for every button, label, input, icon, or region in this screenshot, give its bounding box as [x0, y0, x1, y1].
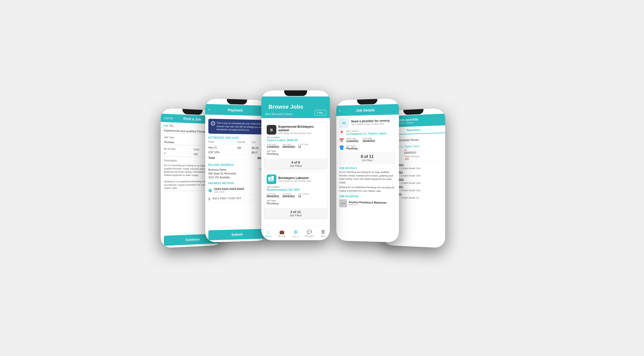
- job1-fill-bar: 4 of 8 Job Filled: [264, 158, 327, 169]
- bottom-navigation: ⌂ Browse 💼 My Jobs ⊕ Hire In 💬 Messages: [261, 226, 330, 240]
- nav-my-jobs[interactable]: 💼 My Jobs: [275, 229, 289, 237]
- phone-browse-jobs: Browse Jobs 50km Brunswick Victoria Filt…: [261, 90, 330, 240]
- card-number: XXXX-XXXX-XXXX-42424: [214, 187, 244, 190]
- info-text: This is just an estimated job cost. Fina…: [216, 121, 262, 132]
- estimated-cost-label: ESTIMATED JOB COST: [208, 136, 265, 140]
- payment-info-box: i This is just an estimated job cost. Fi…: [208, 119, 265, 134]
- phone-job-details: ‹ Job Details m Need a plumber for renov…: [336, 98, 399, 242]
- svg-rect-3: [268, 177, 271, 180]
- job2-posted: Job Posted on Mon 29 Mar 2021: [278, 180, 312, 182]
- job-accepted-hdr: JOB ACCEPTED: [339, 195, 396, 198]
- job2-fill-sub: Job Filled: [290, 214, 301, 217]
- job2-days: No Of Days 13: [298, 193, 309, 198]
- message-icon: 💬: [307, 229, 312, 234]
- job1-fill-sub: Job Filled: [290, 164, 301, 167]
- billing-label: BILLING ADDRESS: [208, 163, 265, 166]
- add-card-label: Add a Debit / Credit Card: [212, 197, 241, 200]
- job1-location: Taylors Lakes, 3038 VIC: [267, 139, 325, 142]
- payment-title: Payment: [228, 108, 242, 112]
- card-name: Jack Scott: [214, 190, 244, 193]
- job1-posted: Job Posted on Mon 29 Mar 2021: [278, 132, 325, 135]
- job1-logo: B: [267, 125, 276, 135]
- start-label-4: Start Date: [346, 137, 359, 140]
- submit-button[interactable]: Submit: [208, 229, 265, 240]
- job1-fill-count: 4 of 8: [266, 160, 325, 164]
- nav-hire-in[interactable]: ⊕ Hire In: [289, 229, 302, 238]
- till-value: 19/04/2021: [404, 151, 416, 154]
- job1-type: Plumbing: [267, 152, 325, 155]
- location-value: 12 Kangaroo Cr, Taylors Lakes: [346, 132, 386, 135]
- phone2-notch: [227, 99, 247, 104]
- accepted-company-logo: LOGO: [339, 199, 347, 207]
- nav-messages[interactable]: 💬 Messages: [302, 229, 316, 237]
- company-row: m Need a plumber for renova Job Posted o…: [339, 117, 396, 128]
- nav-hire-in-label: Hire In: [293, 235, 299, 238]
- job-details-hdr: JOB DETAILS: [339, 167, 396, 169]
- cancel-button[interactable]: Cancel: [164, 116, 173, 120]
- type-label-4: Job Type: [346, 144, 358, 147]
- till-label: Till: [404, 149, 416, 151]
- job2-title: Bricklayers Labourer: [278, 176, 312, 180]
- browse-header: Browse Jobs 50km Brunswick Victoria Filt…: [261, 96, 330, 118]
- browse-title: Browse Jobs: [265, 100, 307, 113]
- fill-count-4: 6 of 11: [342, 154, 393, 159]
- phone4-notch: [357, 99, 377, 104]
- hours-label: Hours Worked: [405, 155, 419, 158]
- job-details-title: Job Details: [356, 108, 375, 112]
- plus-icon: ⊕: [293, 229, 298, 235]
- svg-text:B: B: [270, 128, 273, 132]
- type-val-4: Plumbing: [346, 147, 358, 150]
- post-job-title: Post a Job: [183, 117, 201, 121]
- start-val-4: 11/04/2021: [346, 140, 359, 143]
- card-radio[interactable]: [208, 189, 212, 192]
- no-of-hire-field: No of Hire 7: [164, 147, 191, 157]
- job-details-text1: Pro Co Plumbing are looking for an expe …: [339, 170, 396, 184]
- card-row[interactable]: XXXX-XXXX-XXXX-42424 Jack Scott: [208, 186, 265, 195]
- job2-start: Start Date 09/04/2021: [267, 193, 279, 198]
- location-detail: 📍 Job Location 12 Kangaroo Cr, Taylors L…: [339, 129, 396, 136]
- no-of-hire-label: No of Hire: [164, 147, 191, 151]
- job-fill-display: 6 of 11 Job Filled: [339, 152, 396, 164]
- description-label: Description: [164, 159, 177, 162]
- end-val-4: 26/04/2021: [363, 139, 375, 142]
- payment-back-btn[interactable]: ‹: [208, 106, 210, 112]
- calendar-icon: 📅: [339, 138, 344, 143]
- nav-browse-label: Browse: [265, 235, 272, 237]
- job-details-text2: Working for an established Plumbing com …: [339, 186, 396, 193]
- phone-payment: ‹ Payment i This is just an estimated jo…: [205, 98, 268, 242]
- no-of-hire-value: 7: [164, 151, 191, 157]
- job2-location-label: Job Location: [267, 186, 325, 188]
- fill-sub-4: Job Filled: [342, 159, 393, 162]
- cost-row-hire: Hire (7) 200 $8136: [208, 145, 265, 150]
- job1-location-label: Job Location: [267, 136, 325, 139]
- job2-fill-count: 2 of 11: [266, 210, 325, 214]
- nav-my-jobs-label: My Jobs: [278, 235, 286, 237]
- toolbox-icon: 🪣: [339, 145, 344, 150]
- location-icon: 📍: [339, 130, 344, 135]
- job-card-2[interactable]: Bricklayers Labourer Job Posted on Mon 2…: [264, 172, 327, 219]
- job1-days: No Of Days 11: [298, 143, 309, 148]
- add-card-row[interactable]: ▮ Add a Debit / Credit Card: [208, 194, 265, 202]
- nav-browse[interactable]: ⌂ Browse: [261, 229, 275, 237]
- payment-method-label: PAYMENT METHOD: [208, 182, 265, 185]
- credit-card-icon: ▮: [208, 196, 210, 200]
- hours-value: 40h: [405, 157, 419, 160]
- nav-more[interactable]: ☰ More: [316, 229, 330, 237]
- nav-messages-label: Messages: [304, 235, 314, 237]
- nav-more-label: More: [320, 235, 325, 237]
- home-icon: ⌂: [267, 229, 269, 234]
- dates-detail: 📅 Start Date 11/04/2021 End Date 26/04/2…: [339, 137, 396, 143]
- cost-total: Total $8949: [208, 155, 265, 161]
- filter-button[interactable]: Filter: [314, 110, 326, 116]
- cost-table-header: ITEM HOURS TOT: [208, 140, 265, 145]
- job-card-1[interactable]: B Experienced Bricklayers wanted Job Pos…: [264, 122, 327, 170]
- job2-type: Plumbing: [267, 202, 325, 205]
- more-icon: ☰: [321, 229, 325, 234]
- end-label-4: End Date: [363, 137, 375, 140]
- job1-type-label: Job Type: [267, 150, 325, 152]
- svg-rect-4: [271, 176, 274, 180]
- job1-title: Experienced Bricklayers wanted: [278, 125, 325, 132]
- cost-row-gst: GST 10% $813: [208, 150, 265, 155]
- billing-address: Business Name 550 Swan St, Richmond, 312…: [208, 168, 236, 179]
- job-details-back-btn[interactable]: ‹: [339, 108, 341, 113]
